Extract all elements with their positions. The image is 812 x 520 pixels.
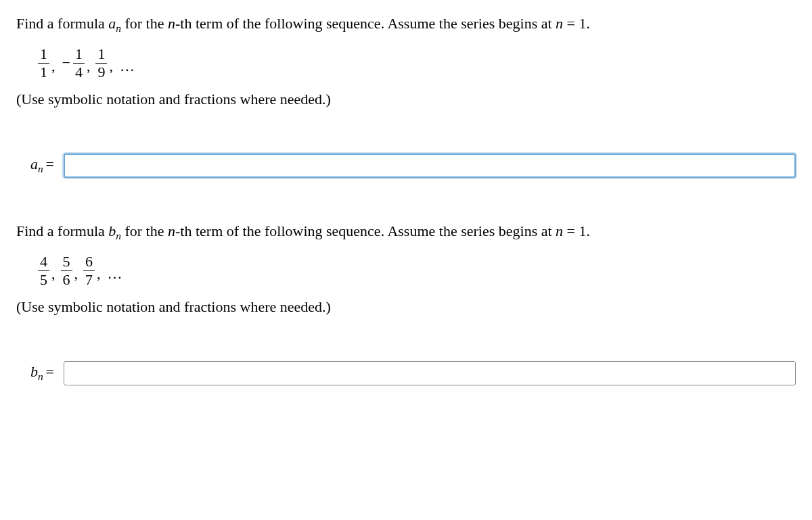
- n-var: n: [556, 15, 563, 32]
- numerator: 5: [61, 254, 72, 271]
- answer-row-1: an=: [16, 153, 796, 178]
- fraction-3: 6 7: [83, 254, 95, 287]
- label-sub: n: [38, 164, 43, 175]
- answer-input-bn[interactable]: [64, 361, 796, 385]
- text: -th term of the following sequence. Assu…: [175, 222, 556, 239]
- var-a: a: [108, 15, 116, 32]
- problem-1: Find a formula an for the n-th term of t…: [16, 14, 796, 178]
- comma: ,: [97, 264, 101, 285]
- label-var: a: [30, 156, 38, 172]
- label-eq: =: [46, 363, 54, 380]
- nth-n: n: [168, 15, 175, 32]
- question-text-1: Find a formula an for the n-th term of t…: [16, 14, 796, 36]
- comma: ,: [74, 264, 78, 285]
- nth-n: n: [168, 222, 175, 239]
- n-var: n: [556, 222, 563, 239]
- denominator: 7: [83, 271, 95, 287]
- question-text-2: Find a formula bn for the n-th term of t…: [16, 221, 796, 243]
- denominator: 9: [95, 64, 107, 80]
- numerator: 6: [83, 254, 95, 271]
- text: Find a formula: [16, 15, 108, 32]
- text: Find a formula: [16, 222, 108, 239]
- text: -th term of the following sequence. Assu…: [175, 15, 556, 32]
- label-eq: =: [46, 156, 54, 172]
- numerator: 1: [38, 47, 49, 64]
- text: = 1.: [563, 222, 590, 239]
- sub-n: n: [116, 22, 121, 34]
- hint-2: (Use symbolic notation and fractions whe…: [16, 297, 796, 318]
- text: for the: [121, 15, 168, 32]
- numerator: 4: [38, 254, 49, 271]
- denominator: 5: [38, 271, 49, 287]
- fraction-2: 5 6: [61, 254, 72, 287]
- ellipsis: …: [120, 56, 136, 77]
- denominator: 6: [61, 271, 72, 287]
- sequence-1: 1 1 , − 1 4 , 1 9 , …: [38, 47, 796, 80]
- numerator: 1: [95, 47, 107, 64]
- denominator: 1: [38, 64, 49, 80]
- text: for the: [121, 222, 168, 239]
- comma: ,: [51, 264, 55, 285]
- answer-input-an[interactable]: [64, 153, 796, 178]
- answer-label-bn: bn=: [16, 362, 54, 384]
- numerator: 1: [73, 47, 85, 64]
- fraction-2: 1 4: [73, 47, 85, 80]
- answer-row-2: bn=: [16, 361, 796, 385]
- hint-1: (Use symbolic notation and fractions whe…: [16, 89, 796, 110]
- ellipsis: …: [108, 264, 124, 285]
- denominator: 4: [73, 64, 85, 80]
- fraction-3: 1 9: [95, 47, 107, 80]
- fraction-1: 4 5: [38, 254, 49, 287]
- comma: ,: [109, 56, 113, 77]
- sub-n: n: [116, 230, 121, 241]
- comma: ,: [87, 56, 91, 77]
- sequence-2: 4 5 , 5 6 , 6 7 , …: [38, 254, 796, 287]
- comma: ,: [51, 56, 55, 77]
- var-b: b: [108, 222, 116, 239]
- text: = 1.: [563, 15, 590, 32]
- answer-label-an: an=: [16, 154, 54, 176]
- label-var: b: [30, 363, 38, 380]
- fraction-1: 1 1: [38, 47, 49, 80]
- minus-sign: −: [62, 53, 70, 74]
- label-sub: n: [38, 371, 43, 382]
- problem-2: Find a formula bn for the n-th term of t…: [16, 221, 796, 385]
